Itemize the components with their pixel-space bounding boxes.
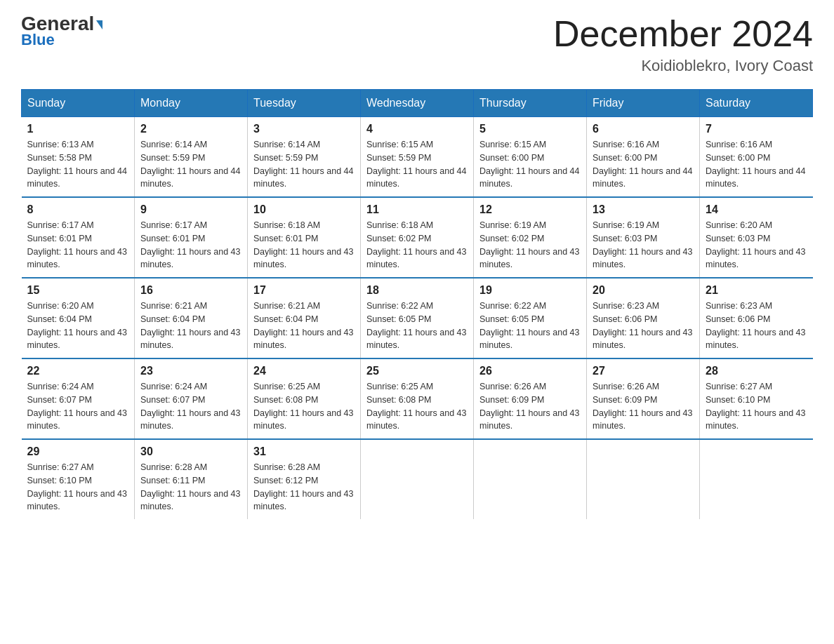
calendar-cell: 14Sunrise: 6:20 AMSunset: 6:03 PMDayligh…: [700, 197, 813, 278]
day-info: Sunrise: 6:23 AMSunset: 6:06 PMDaylight:…: [593, 300, 694, 352]
calendar-cell: 20Sunrise: 6:23 AMSunset: 6:06 PMDayligh…: [587, 278, 700, 358]
day-number: 28: [706, 365, 807, 377]
day-number: 22: [27, 365, 129, 377]
col-header-monday: Monday: [135, 90, 248, 117]
day-info: Sunrise: 6:16 AMSunset: 6:00 PMDaylight:…: [593, 138, 694, 191]
day-number: 1: [27, 123, 129, 135]
week-row-4: 22Sunrise: 6:24 AMSunset: 6:07 PMDayligh…: [22, 358, 813, 439]
week-row-3: 15Sunrise: 6:20 AMSunset: 6:04 PMDayligh…: [22, 278, 813, 358]
day-number: 12: [479, 203, 581, 216]
calendar-cell: 28Sunrise: 6:27 AMSunset: 6:10 PMDayligh…: [700, 358, 813, 439]
calendar-cell: 13Sunrise: 6:19 AMSunset: 6:03 PMDayligh…: [587, 197, 700, 278]
day-info: Sunrise: 6:13 AMSunset: 5:58 PMDaylight:…: [27, 138, 129, 191]
month-title: December 2024: [553, 14, 813, 54]
page-header: General Blue December 2024 Koidioblekro,…: [21, 14, 813, 75]
day-number: 13: [593, 203, 694, 216]
day-info: Sunrise: 6:22 AMSunset: 6:05 PMDaylight:…: [366, 300, 468, 352]
day-number: 9: [140, 203, 241, 216]
day-number: 17: [253, 284, 355, 297]
calendar-cell: 10Sunrise: 6:18 AMSunset: 6:01 PMDayligh…: [248, 197, 361, 278]
calendar-cell: 18Sunrise: 6:22 AMSunset: 6:05 PMDayligh…: [361, 278, 474, 358]
day-info: Sunrise: 6:25 AMSunset: 6:08 PMDaylight:…: [366, 380, 468, 433]
calendar-cell: 29Sunrise: 6:27 AMSunset: 6:10 PMDayligh…: [22, 439, 135, 519]
day-info: Sunrise: 6:18 AMSunset: 6:01 PMDaylight:…: [253, 219, 355, 271]
day-number: 25: [366, 365, 468, 377]
day-info: Sunrise: 6:16 AMSunset: 6:00 PMDaylight:…: [706, 138, 807, 191]
calendar-cell: 22Sunrise: 6:24 AMSunset: 6:07 PMDayligh…: [22, 358, 135, 439]
day-info: Sunrise: 6:21 AMSunset: 6:04 PMDaylight:…: [253, 300, 355, 352]
day-info: Sunrise: 6:22 AMSunset: 6:05 PMDaylight:…: [479, 300, 581, 352]
col-header-saturday: Saturday: [700, 90, 813, 117]
day-number: 5: [479, 123, 581, 135]
day-info: Sunrise: 6:18 AMSunset: 6:02 PMDaylight:…: [366, 219, 468, 271]
day-info: Sunrise: 6:15 AMSunset: 5:59 PMDaylight:…: [366, 138, 468, 191]
day-number: 21: [706, 284, 807, 297]
day-info: Sunrise: 6:17 AMSunset: 6:01 PMDaylight:…: [27, 219, 129, 271]
day-number: 27: [593, 365, 694, 377]
day-number: 23: [140, 365, 241, 377]
calendar-cell: 1Sunrise: 6:13 AMSunset: 5:58 PMDaylight…: [22, 117, 135, 198]
day-info: Sunrise: 6:27 AMSunset: 6:10 PMDaylight:…: [706, 380, 807, 433]
calendar-cell: 16Sunrise: 6:21 AMSunset: 6:04 PMDayligh…: [135, 278, 248, 358]
location-label: Koidioblekro, Ivory Coast: [553, 57, 813, 75]
day-number: 6: [593, 123, 694, 135]
day-info: Sunrise: 6:23 AMSunset: 6:06 PMDaylight:…: [706, 300, 807, 352]
calendar-cell: 9Sunrise: 6:17 AMSunset: 6:01 PMDaylight…: [135, 197, 248, 278]
day-number: 26: [479, 365, 581, 377]
calendar-cell: 6Sunrise: 6:16 AMSunset: 6:00 PMDaylight…: [587, 117, 700, 198]
day-info: Sunrise: 6:20 AMSunset: 6:04 PMDaylight:…: [27, 300, 129, 352]
day-info: Sunrise: 6:20 AMSunset: 6:03 PMDaylight:…: [706, 219, 807, 271]
week-row-5: 29Sunrise: 6:27 AMSunset: 6:10 PMDayligh…: [22, 439, 813, 519]
calendar-cell: [361, 439, 474, 519]
day-info: Sunrise: 6:24 AMSunset: 6:07 PMDaylight:…: [140, 380, 241, 433]
calendar-cell: 8Sunrise: 6:17 AMSunset: 6:01 PMDaylight…: [22, 197, 135, 278]
calendar-cell: 25Sunrise: 6:25 AMSunset: 6:08 PMDayligh…: [361, 358, 474, 439]
logo: General Blue: [21, 14, 102, 49]
day-info: Sunrise: 6:25 AMSunset: 6:08 PMDaylight:…: [253, 380, 355, 433]
day-number: 8: [27, 203, 129, 216]
day-number: 20: [593, 284, 694, 297]
calendar-cell: 11Sunrise: 6:18 AMSunset: 6:02 PMDayligh…: [361, 197, 474, 278]
day-info: Sunrise: 6:15 AMSunset: 6:00 PMDaylight:…: [479, 138, 581, 191]
day-number: 18: [366, 284, 468, 297]
col-header-tuesday: Tuesday: [248, 90, 361, 117]
col-header-sunday: Sunday: [22, 90, 135, 117]
day-info: Sunrise: 6:28 AMSunset: 6:11 PMDaylight:…: [140, 461, 241, 514]
day-number: 14: [706, 203, 807, 216]
calendar-cell: 23Sunrise: 6:24 AMSunset: 6:07 PMDayligh…: [135, 358, 248, 439]
calendar-cell: 2Sunrise: 6:14 AMSunset: 5:59 PMDaylight…: [135, 117, 248, 198]
day-number: 2: [140, 123, 241, 135]
calendar-cell: 21Sunrise: 6:23 AMSunset: 6:06 PMDayligh…: [700, 278, 813, 358]
col-header-friday: Friday: [587, 90, 700, 117]
calendar-cell: 7Sunrise: 6:16 AMSunset: 6:00 PMDaylight…: [700, 117, 813, 198]
day-info: Sunrise: 6:14 AMSunset: 5:59 PMDaylight:…: [140, 138, 241, 191]
week-row-2: 8Sunrise: 6:17 AMSunset: 6:01 PMDaylight…: [22, 197, 813, 278]
col-header-wednesday: Wednesday: [361, 90, 474, 117]
day-number: 29: [27, 445, 129, 458]
calendar-cell: 24Sunrise: 6:25 AMSunset: 6:08 PMDayligh…: [248, 358, 361, 439]
calendar-cell: 27Sunrise: 6:26 AMSunset: 6:09 PMDayligh…: [587, 358, 700, 439]
day-number: 7: [706, 123, 807, 135]
day-number: 30: [140, 445, 241, 458]
calendar-cell: 26Sunrise: 6:26 AMSunset: 6:09 PMDayligh…: [474, 358, 587, 439]
calendar-cell: [587, 439, 700, 519]
calendar-cell: 30Sunrise: 6:28 AMSunset: 6:11 PMDayligh…: [135, 439, 248, 519]
calendar-table: SundayMondayTuesdayWednesdayThursdayFrid…: [21, 89, 813, 519]
calendar-cell: 12Sunrise: 6:19 AMSunset: 6:02 PMDayligh…: [474, 197, 587, 278]
day-number: 16: [140, 284, 241, 297]
day-info: Sunrise: 6:26 AMSunset: 6:09 PMDaylight:…: [479, 380, 581, 433]
calendar-cell: 15Sunrise: 6:20 AMSunset: 6:04 PMDayligh…: [22, 278, 135, 358]
calendar-cell: [700, 439, 813, 519]
calendar-cell: 17Sunrise: 6:21 AMSunset: 6:04 PMDayligh…: [248, 278, 361, 358]
calendar-header-row: SundayMondayTuesdayWednesdayThursdayFrid…: [22, 90, 813, 117]
calendar-cell: 4Sunrise: 6:15 AMSunset: 5:59 PMDaylight…: [361, 117, 474, 198]
day-number: 4: [366, 123, 468, 135]
day-number: 24: [253, 365, 355, 377]
calendar-cell: 3Sunrise: 6:14 AMSunset: 5:59 PMDaylight…: [248, 117, 361, 198]
day-number: 10: [253, 203, 355, 216]
day-number: 19: [479, 284, 581, 297]
calendar-cell: [474, 439, 587, 519]
week-row-1: 1Sunrise: 6:13 AMSunset: 5:58 PMDaylight…: [22, 117, 813, 198]
day-info: Sunrise: 6:27 AMSunset: 6:10 PMDaylight:…: [27, 461, 129, 514]
day-number: 15: [27, 284, 129, 297]
